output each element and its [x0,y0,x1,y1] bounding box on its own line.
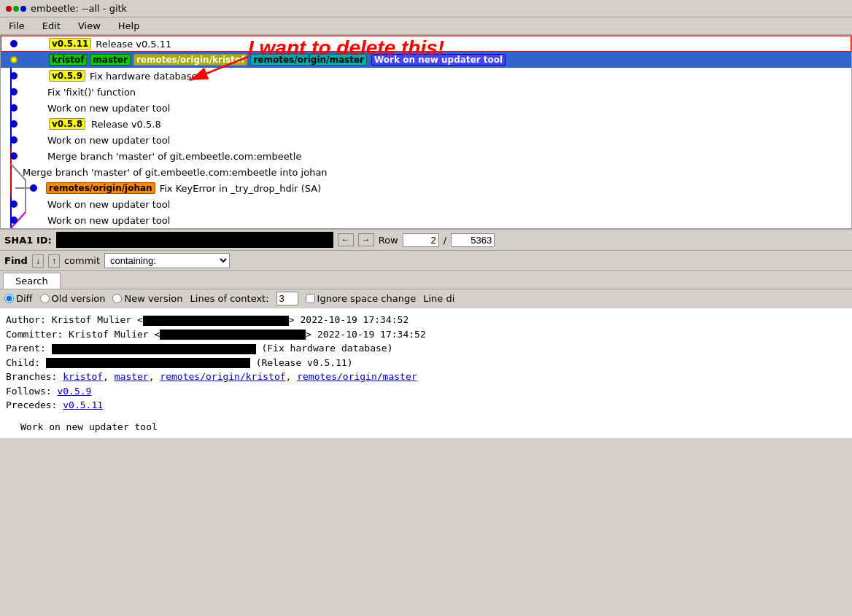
author-name-text: Kristof Mulier [52,314,132,325]
context-input[interactable] [276,292,298,305]
child-hash [46,358,250,368]
tag-work-updater: Work on new updater tool [371,54,506,66]
find-bar: Find ↓ ↑ commit containing: touching pat… [0,251,852,271]
commit-row-3[interactable]: Fix 'fixit()' function [1,84,851,100]
branch-master[interactable]: master [115,371,149,382]
commit-row-5[interactable]: v0.5.8 Release v0.5.8 [1,116,851,132]
dot-0 [10,40,18,47]
commit-msg-4: Work on new updater tool [47,103,170,114]
find-up-btn[interactable]: ↑ [48,254,60,268]
committer-label: Committer: [6,329,63,340]
find-filter-select[interactable]: containing: touching paths: adding/remov… [104,253,230,268]
row-label: Row [379,235,398,246]
committer-email [160,330,306,340]
graph-cell-6 [4,136,47,144]
menu-view[interactable]: View [75,19,104,33]
sha1-value[interactable] [56,232,333,248]
follows-link[interactable]: v0.5.9 [57,386,91,397]
follows-label: Follows: [6,386,52,397]
parent-line: Parent: (Fix hardware database) [6,341,846,356]
dot-1 [10,56,18,63]
commit-row-11[interactable]: Work on new updater tool [1,212,851,228]
tag-v0511: v0.5.11 [49,38,91,50]
graph-cell-7 [4,152,47,160]
branch-remotes-kristof[interactable]: remotes/origin/kristof [160,371,285,382]
find-label: Find [4,255,28,266]
tag-remotes-master: remotes/origin/master [250,54,367,66]
search-tab-area: Search [0,271,852,289]
precedes-line: Precedes: v0.5.11 [6,398,846,413]
graph-cell-4 [4,104,47,112]
commit-row-8[interactable]: Merge branch 'master' of git.embeetle.co… [1,164,851,180]
author-date: 2022-10-19 17:34:52 [301,314,409,325]
commit-row-4[interactable]: Work on new updater tool [1,100,851,116]
search-tab[interactable]: Search [3,273,61,289]
commit-msg-2: Fix hardware database [90,71,198,82]
commit-row-9[interactable]: remotes/origin/johan Fix KeyError in _tr… [1,180,851,196]
branches-line: Branches: kristof, master, remotes/origi… [6,370,846,384]
commit-row-2[interactable]: v0.5.9 Fix hardware database [1,68,851,84]
committer-line: Committer: Kristof Mulier <> 2022-10-19 … [6,327,846,342]
tag-master: master [90,54,131,66]
commit-msg-0: Release v0.5.11 [96,39,171,50]
new-version-label[interactable]: New version [112,293,182,304]
current-row-input[interactable] [403,233,439,247]
dot-4 [10,104,18,112]
menu-edit[interactable]: Edit [39,19,63,33]
menubar: File Edit View Help [0,17,852,35]
ignore-space-text: Ignore space change [317,293,417,304]
commit-msg-6: Work on new updater tool [47,135,170,146]
branch-line-9 [15,187,30,189]
commit-row-1[interactable]: kristof master remotes/origin/kristof re… [1,52,851,68]
dot-blue-title [20,6,26,12]
titlebar: embeetle: --all - gitk [0,0,852,17]
total-rows-input[interactable] [451,233,495,247]
new-version-radio[interactable] [112,294,122,303]
child-label: Child: [6,357,40,368]
commit-message-text: Work on new updater tool [20,421,158,432]
find-type-label: commit [64,255,100,266]
ignore-space-checkbox[interactable] [306,294,315,303]
branch-remotes-master[interactable]: remotes/origin/master [297,371,417,382]
commit-row-6[interactable]: Work on new updater tool [1,132,851,148]
graph-cell-0 [4,40,47,47]
new-version-text: New version [124,293,182,304]
parent-label: Parent: [6,343,46,354]
parent-hash [52,344,256,354]
author-email [143,316,289,326]
old-version-text: Old version [52,293,106,304]
old-version-radio[interactable] [40,294,50,303]
sha1-right-btn[interactable]: → [358,233,374,246]
graph-cell-10 [4,200,47,208]
branches-label: Branches: [6,371,57,382]
branch-kristof[interactable]: kristof [63,371,103,382]
commit-msg-10: Work on new updater tool [47,199,170,210]
committer-name-text: Kristof Mulier [69,329,149,340]
line-diff-text: Line di [423,293,454,304]
diff-radio[interactable] [4,294,14,303]
sha1-left-btn[interactable]: ← [338,233,354,246]
commit-msg-3: Fix 'fixit()' function [47,87,136,98]
menu-file[interactable]: File [6,19,28,33]
tag-v059: v0.5.9 [49,70,85,82]
diff-label: Diff [16,293,33,304]
commit-row-0[interactable]: v0.5.11 Release v0.5.11 [1,36,851,52]
author-label: Author: [6,314,46,325]
find-down-btn[interactable]: ↓ [32,254,44,268]
author-line: Author: Kristof Mulier <> 2022-10-19 17:… [6,313,846,327]
commit-row-7[interactable]: Merge branch 'master' of git.embeetle.co… [1,148,851,164]
dot-7 [10,152,18,160]
diff-radio-label[interactable]: Diff [4,293,33,304]
commit-row-10[interactable]: Work on new updater tool [1,196,851,212]
old-version-label[interactable]: Old version [40,293,106,304]
ignore-space-label[interactable]: Ignore space change [306,293,417,304]
menu-help[interactable]: Help [115,19,143,33]
precedes-link[interactable]: v0.5.11 [63,399,103,410]
commit-detail: Author: Kristof Mulier <> 2022-10-19 17:… [0,308,852,438]
commit-msg-11: Work on new updater tool [47,215,170,226]
sha1-label: SHA1 ID: [4,235,52,246]
child-note: (Release v0.5.11) [256,357,353,368]
row-slash: / [444,235,446,246]
commit-msg-9: Fix KeyError in _try_drop_hdir (SA) [160,183,322,194]
commit-msg-7: Merge branch 'master' of git.embeetle.co… [47,151,301,162]
